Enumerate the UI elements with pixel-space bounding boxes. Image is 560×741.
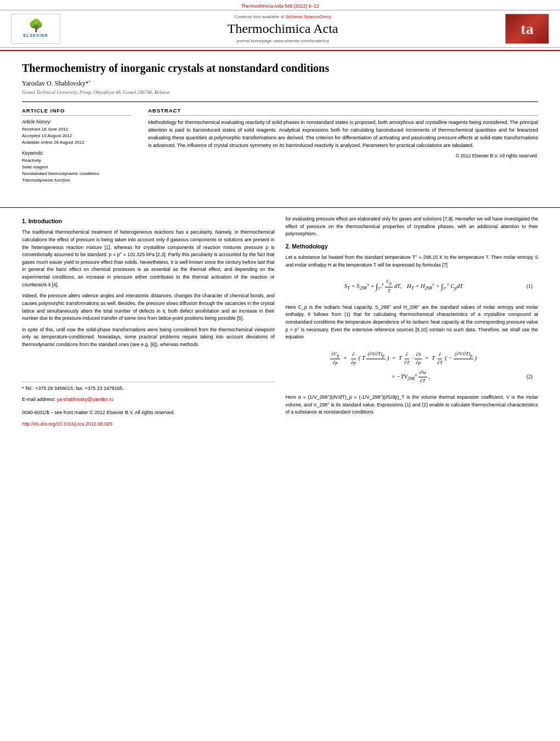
intro-paragraph-2: Indeed, the pressure alters valence angl… [22,292,275,323]
right-column: for evaluating pressure effect are elabo… [286,216,539,432]
journal-center: Contents lists available at SciVerse Sci… [60,14,505,43]
eq2-formula-line2: = −TV298° ∂²α ∂T , [377,374,430,380]
available-date: Available online 28 August 2012 [22,139,132,146]
right-para-2: Let a substance be heated from the stand… [286,254,539,269]
abstract-section: ABSTRACT Methodology for thermochemical … [148,108,538,188]
ta-logo-text: ta [521,21,533,37]
equation-1: ST = S298° + ∫T°T Cp T dT, HT = H298° + … [286,273,539,300]
article-history-heading: Article history: [22,119,132,125]
eq1-formula: ST = S298° + ∫T°T Cp T dT, HT = H298° + … [344,283,463,289]
keyword-1: Reactivity [22,157,132,164]
elsevier-brand: ELSEVIER [23,33,48,38]
elsevier-tree-icon: 🌳 [29,20,43,32]
abstract-text: Methodology for thermochemical evaluatin… [148,119,538,150]
eq1-content: ST = S298° + ∫T°T Cp T dT, HT = H298° + … [291,278,517,295]
footnote-star-line: * Tel.: +375 29 3456015; fax: +375 23 24… [22,385,275,393]
right-para-3: Here C_p is the isobaric heat capacity, … [286,304,539,341]
eq2-number-2: (2) [516,373,533,381]
email-label: E-mail address: [22,397,55,402]
left-footer: * Tel.: +375 29 3456015; fax: +375 23 24… [22,382,275,404]
elsevier-logo: 🌳 ELSEVIER [11,14,60,44]
abstract-heading: ABSTRACT [148,108,538,116]
eq2-content-line2: = −TV298° ∂²α ∂T , [291,369,517,385]
left-column: 1. Introduction The traditional thermoch… [22,216,275,432]
journal-homepage: journal homepage: www.elsevier.com/locat… [60,38,505,43]
journal-top-bar: Thermochimica Acta 548 (2012) 6–12 [0,2,560,10]
author-footnote-marker: * [89,80,91,84]
keyword-3: Nonstandard thermodynamic conditions [22,171,132,177]
right-para-4: Here α = (1/V_298°)(∂V/∂T)_p = (-1/V_298… [286,394,539,416]
email-address: ya-shablovsky@yandex.ru [57,397,114,402]
page: Thermochimica Acta 548 (2012) 6–12 🌳 ELS… [0,0,560,741]
email-line: E-mail address: ya-shablovsky@yandex.ru [22,396,275,404]
keyword-2: Solid reagent [22,164,132,171]
equation-2-line1: ∂Cp ∂p = ∂ ∂p ( T (∂S/∂T)p [291,350,533,367]
sciverse-text: Contents lists available at [234,14,284,19]
article-history-section: Article history: Received 18 June 2012 A… [22,119,132,146]
intro-paragraph-1: The traditional thermochemical treatment… [22,229,275,289]
intro-paragraph-3: In spite of this, until now the solid-ph… [22,326,275,349]
received-date: Received 18 June 2012 [22,126,132,133]
doi-line: http://dx.doi.org/10.1016/j.tca.2012.08.… [22,421,275,428]
accepted-date: Accepted 10 August 2012 [22,133,132,139]
eq2-formula-line1: ∂Cp ∂p = ∂ ∂p ( T (∂S/∂T)p [330,355,477,361]
ta-logo: ta [505,14,549,44]
journal-banner: 🌳 ELSEVIER Contents lists available at S… [0,10,560,48]
journal-citation: Thermochimica Acta 548 (2012) 6–12 [241,3,319,9]
keywords-section: Keywords: Reactivity Solid reagent Nonst… [22,150,132,184]
copyright-line: © 2012 Elsevier B.V. All rights reserved… [148,153,538,159]
equation-2: ∂Cp ∂p = ∂ ∂p ( T (∂S/∂T)p [286,345,539,391]
sciverse-link: Contents lists available at SciVerse Sci… [60,14,505,19]
right-para-1: for evaluating pressure effect are elabo… [286,216,539,238]
article-affiliation: Gomel Technical University, Prosp. Oktya… [22,89,538,95]
methodology-heading: 2. Methodology [286,242,539,251]
body-columns: 1. Introduction The traditional thermoch… [0,207,560,432]
eq2-content-line1: ∂Cp ∂p = ∂ ∂p ( T (∂S/∂T)p [291,350,517,367]
equation-1-line: ST = S298° + ∫T°T Cp T dT, HT = H298° + … [291,278,533,295]
journal-title-banner: Thermochimica Acta [60,21,505,36]
equation-2-line2: = −TV298° ∂²α ∂T , (2) [291,369,533,385]
homepage-text: journal homepage: www.elsevier.com/locat… [236,38,329,43]
article-info-panel: ARTICLE INFO Article history: Received 1… [22,108,132,188]
article-title: Thermochemistry of inorganic crystals at… [22,61,538,75]
issn-block: 0040-6031/$ – see front matter © 2012 El… [22,409,275,428]
sciverse-link-text[interactable]: SciVerse ScienceDirect [285,14,331,19]
article-meta-row: ARTICLE INFO Article history: Received 1… [22,101,538,188]
article-author: Yaroslav O. Shablovsky** [22,80,538,88]
issn-line: 0040-6031/$ – see front matter © 2012 El… [22,409,275,417]
eq1-number: (1) [516,282,533,291]
journal-header: Thermochimica Acta 548 (2012) 6–12 🌳 ELS… [0,0,560,51]
intro-heading: 1. Introduction [22,217,275,225]
article-content: Thermochemistry of inorganic crystals at… [0,51,560,207]
keywords-heading: Keywords: [22,150,132,156]
article-info-heading: ARTICLE INFO [22,108,132,116]
keyword-4: Thermodynamic function [22,177,132,184]
